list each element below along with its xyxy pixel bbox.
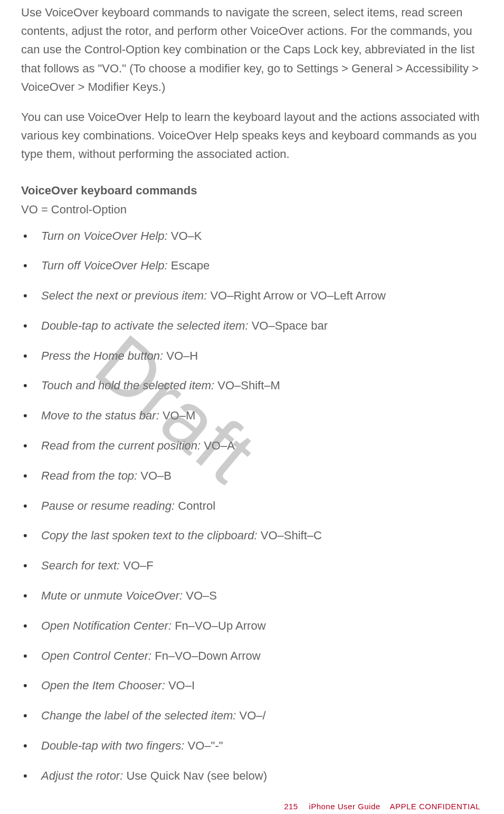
page: Use VoiceOver keyboard commands to navig…: [0, 0, 504, 814]
section-heading: VoiceOver keyboard commands: [21, 184, 480, 198]
command-label: Double-tap to activate the selected item…: [41, 319, 249, 332]
list-item: Pause or resume reading: Control: [21, 498, 480, 514]
page-number: 215: [284, 802, 298, 811]
list-item: Change the label of the selected item: V…: [21, 708, 480, 724]
list-item: Mute or unmute VoiceOver: VO–S: [21, 588, 480, 604]
command-keys: VO–S: [183, 589, 217, 602]
list-item: Double-tap with two fingers: VO–"-": [21, 738, 480, 754]
footer-confidential: APPLE CONFIDENTIAL: [389, 802, 480, 811]
command-label: Pause or resume reading:: [41, 499, 175, 512]
command-keys: VO–Shift–M: [214, 379, 280, 392]
command-label: Mute or unmute VoiceOver:: [41, 589, 183, 602]
command-label: Select the next or previous item:: [41, 289, 207, 302]
command-keys: VO–I: [165, 679, 195, 692]
command-label: Search for text:: [41, 559, 120, 572]
command-keys: VO–A: [201, 439, 235, 452]
command-label: Read from the top:: [41, 469, 137, 482]
command-list: Turn on VoiceOver Help: VO–K Turn off Vo…: [21, 228, 480, 784]
command-label: Turn off VoiceOver Help:: [41, 259, 168, 272]
list-item: Move to the status bar: VO–M: [21, 408, 480, 424]
list-item: Touch and hold the selected item: VO–Shi…: [21, 378, 480, 394]
list-item: Turn on VoiceOver Help: VO–K: [21, 228, 480, 245]
command-label: Double-tap with two fingers:: [41, 739, 184, 752]
command-label: Move to the status bar:: [41, 409, 159, 422]
command-label: Adjust the rotor:: [41, 769, 123, 782]
command-keys: Escape: [168, 259, 210, 272]
command-label: Copy the last spoken text to the clipboa…: [41, 529, 258, 542]
command-keys: Use Quick Nav (see below): [123, 769, 267, 782]
list-item: Copy the last spoken text to the clipboa…: [21, 528, 480, 544]
footer-title: iPhone User Guide: [309, 802, 380, 811]
command-label: Open Control Center:: [41, 649, 151, 662]
list-item: Adjust the rotor: Use Quick Nav (see bel…: [21, 768, 480, 784]
intro-paragraph-2: You can use VoiceOver Help to learn the …: [21, 108, 480, 164]
list-item: Read from the current position: VO–A: [21, 438, 480, 454]
list-item: Search for text: VO–F: [21, 558, 480, 574]
list-item: Select the next or previous item: VO–Rig…: [21, 288, 480, 304]
command-keys: Fn–VO–Down Arrow: [151, 649, 261, 662]
command-keys: VO–Right Arrow or VO–Left Arrow: [207, 289, 386, 302]
command-keys: VO–Space bar: [249, 319, 328, 332]
command-keys: Fn–VO–Up Arrow: [172, 619, 266, 632]
list-item: Open Notification Center: Fn–VO–Up Arrow: [21, 618, 480, 634]
page-footer: 215 iPhone User Guide APPLE CONFIDENTIAL: [284, 802, 480, 811]
list-item: Double-tap to activate the selected item…: [21, 318, 480, 334]
command-label: Turn on VoiceOver Help:: [41, 229, 168, 242]
command-label: Open Notification Center:: [41, 619, 172, 632]
command-keys: Control: [175, 499, 215, 512]
command-keys: VO–Shift–C: [258, 529, 322, 542]
vo-definition: VO = Control-Option: [21, 203, 480, 217]
intro-paragraph-1: Use VoiceOver keyboard commands to navig…: [21, 3, 480, 96]
command-label: Open the Item Chooser:: [41, 679, 165, 692]
list-item: Turn off VoiceOver Help: Escape: [21, 258, 480, 274]
command-label: Press the Home button:: [41, 349, 163, 362]
command-keys: VO–M: [159, 409, 195, 422]
list-item: Open the Item Chooser: VO–I: [21, 678, 480, 694]
command-keys: VO–B: [137, 469, 172, 482]
command-label: Read from the current position:: [41, 439, 201, 452]
command-label: Change the label of the selected item:: [41, 709, 236, 722]
command-keys: VO–/: [236, 709, 265, 722]
command-keys: VO–"-": [184, 739, 223, 752]
command-keys: VO–F: [120, 559, 154, 572]
command-keys: VO–K: [168, 229, 202, 242]
command-label: Touch and hold the selected item:: [41, 379, 214, 392]
command-keys: VO–H: [163, 349, 198, 362]
list-item: Open Control Center: Fn–VO–Down Arrow: [21, 648, 480, 665]
list-item: Read from the top: VO–B: [21, 468, 480, 484]
list-item: Press the Home button: VO–H: [21, 348, 480, 364]
